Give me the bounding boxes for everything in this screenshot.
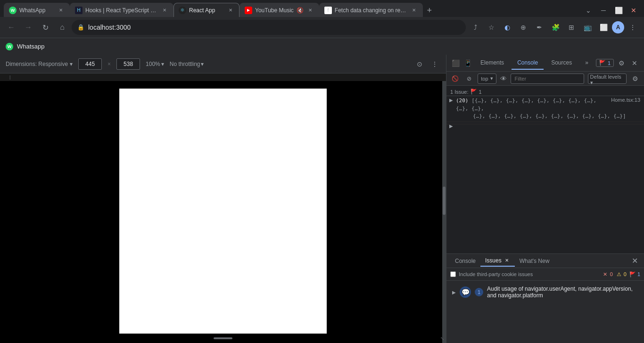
info-icon: 🚩 xyxy=(629,271,636,278)
console-context-dropdown[interactable]: top ▾ xyxy=(478,74,496,84)
issue-expand-arrow[interactable]: ▶ xyxy=(452,290,456,295)
tab-console[interactable]: Console xyxy=(512,57,544,70)
back-button[interactable]: ← xyxy=(4,20,19,35)
tab-list-button[interactable]: ⌄ xyxy=(582,4,595,17)
minimize-button[interactable]: ─ xyxy=(597,4,610,17)
dock-icon[interactable]: ⬛ xyxy=(450,57,461,69)
bottom-panel-close-button[interactable]: ✕ xyxy=(629,255,640,267)
tab-more[interactable]: » xyxy=(579,57,594,70)
tab-fetch[interactable]: f Fetch data changing on relo... ✕ xyxy=(319,3,423,17)
share-icon[interactable]: ⤴ xyxy=(468,20,483,35)
browser-viewport: Dimensions: Responsive ▾ × 100% ▾ No thr… xyxy=(0,55,446,343)
youtube-favicon: ▶ xyxy=(245,7,252,14)
toolbar-icons: ⤴ ☆ ◐ ⊕ ✒ 🧩 ⊞ 📺 ⬜ A ⋮ xyxy=(468,20,640,35)
tab-sources[interactable]: Sources xyxy=(545,57,578,70)
forward-button[interactable]: → xyxy=(21,20,36,35)
resize-handle[interactable] xyxy=(214,337,232,339)
devtools-close-icon[interactable]: ✕ xyxy=(629,57,640,69)
console-entry[interactable]: ▶ (20) [{…}, {…}, {…}, {…}, {…}, {…}, {…… xyxy=(446,96,644,122)
lens-icon[interactable]: ◐ xyxy=(500,20,515,35)
window-controls: ⌄ ─ ⬜ ✕ xyxy=(582,4,640,17)
third-party-checkbox[interactable] xyxy=(450,271,456,277)
zoom-dropdown[interactable]: 100% ▾ xyxy=(146,61,164,67)
extension3-icon[interactable]: 🧩 xyxy=(548,20,563,35)
tab-react-app[interactable]: React App ✕ xyxy=(173,3,239,17)
console-level-dropdown[interactable]: Default levels ▾ xyxy=(588,74,627,84)
new-tab-button[interactable]: + xyxy=(423,4,436,17)
tab-elements[interactable]: Elements xyxy=(475,57,510,70)
tab-close-react-app[interactable]: ✕ xyxy=(227,7,234,14)
bookmark-icon[interactable]: ☆ xyxy=(484,20,499,35)
issue-count-flag: 🚩 xyxy=(471,89,477,95)
tab-close-whatsapp[interactable]: ✕ xyxy=(57,7,65,14)
viewport-scrollbar[interactable] xyxy=(442,81,446,343)
mute-icon[interactable]: 🔇 xyxy=(297,7,304,14)
third-party-checkbox-label[interactable]: Include third-party cookie issues xyxy=(450,271,533,277)
corner-resize-icon[interactable]: ⤡ xyxy=(440,336,444,341)
extension1-icon[interactable]: ⊕ xyxy=(516,20,531,35)
issue-item[interactable]: ▶ 💬 1 Audit usage of navigator.userAgent… xyxy=(448,282,642,302)
address-bar[interactable]: 🔒 localhost:3000 xyxy=(72,20,466,35)
console-filter-icon[interactable]: ⊘ xyxy=(464,74,474,84)
console-entry-text1: [{…}, {…}, {…}, {…}, {…}, {…}, {…}, {…},… xyxy=(456,98,596,112)
tab-close-fetch[interactable]: ✕ xyxy=(410,7,418,14)
bottom-tab-console[interactable]: Console xyxy=(450,256,480,266)
address-text[interactable]: localhost:3000 xyxy=(88,24,460,31)
extension2-icon[interactable]: ✒ xyxy=(532,20,547,35)
devtools-toggle-icon[interactable]: ⬜ xyxy=(596,20,611,35)
warn-icon: ⚠ xyxy=(616,271,622,278)
tab-whatsapp[interactable]: W WhatsApp ✕ xyxy=(4,3,70,17)
console-sub-entry[interactable]: ▶ xyxy=(446,122,644,124)
profile-avatar[interactable]: A xyxy=(612,21,624,33)
tab-title-youtube: YouTube Music xyxy=(255,7,294,14)
extension4-icon[interactable]: ⊞ xyxy=(564,20,579,35)
dimensions-chevron: ▾ xyxy=(70,61,73,67)
console-context-chevron: ▾ xyxy=(490,75,493,82)
scrollbar-thumb[interactable] xyxy=(443,187,446,215)
console-context-label: top xyxy=(481,76,488,82)
devtools-header-icons: 🚩 1 ⚙ ✕ xyxy=(596,57,640,69)
throttle-dropdown[interactable]: No throttling ▾ xyxy=(170,61,204,67)
mobile-dock-icon[interactable]: 📱 xyxy=(462,57,473,69)
refresh-button[interactable]: ↻ xyxy=(38,20,53,35)
home-button[interactable]: ⌂ xyxy=(55,20,70,35)
height-input[interactable] xyxy=(116,58,140,70)
throttle-value: No throttling xyxy=(170,61,200,67)
tab-youtube[interactable]: ▶ YouTube Music 🔇 ✕ xyxy=(239,3,319,17)
issue-item-text: Audit usage of navigator.userAgent, navi… xyxy=(487,286,638,299)
dimensions-dropdown[interactable]: Dimensions: Responsive ▾ xyxy=(6,61,73,67)
issue-badge[interactable]: 🚩 1 xyxy=(596,59,614,67)
console-source-link[interactable]: Home.tsx:13 xyxy=(611,97,640,103)
react-favicon xyxy=(179,7,186,14)
width-input[interactable] xyxy=(78,58,102,70)
maximize-button[interactable]: ⬜ xyxy=(612,4,625,17)
close-button[interactable]: ✕ xyxy=(627,4,640,17)
console-eye-icon[interactable]: 👁 xyxy=(500,75,507,82)
issue-count-text: 1 Issue: xyxy=(450,89,469,95)
warn-count: 0 xyxy=(624,271,627,277)
console-content[interactable]: 1 Issue: 🚩 1 ▶ (20) [{…}, {…}, {…}, {…},… xyxy=(446,86,644,253)
expand-arrow-icon[interactable]: ▶ xyxy=(449,98,453,103)
bottom-tab-issues[interactable]: Issues ✕ xyxy=(480,255,515,267)
error-count: 0 xyxy=(610,271,613,277)
bottom-issues-close[interactable]: ✕ xyxy=(504,257,510,264)
menu-icon[interactable]: ⋮ xyxy=(625,20,640,35)
whatsapp-bar-label[interactable]: Whatsapp xyxy=(17,43,45,50)
ruler-tick: | xyxy=(0,75,20,80)
cast-icon[interactable]: 📺 xyxy=(580,20,595,35)
tab-close-hooks[interactable]: ✕ xyxy=(161,7,168,14)
console-settings-icon[interactable]: ⚙ xyxy=(630,74,640,84)
whatsapp-bar-favicon: W xyxy=(6,43,13,50)
devtools-settings-icon[interactable]: ⚙ xyxy=(616,57,627,69)
console-clear-icon[interactable]: 🚫 xyxy=(450,74,460,84)
screenshot-icon[interactable]: ⊙ xyxy=(414,58,425,70)
tab-hooks[interactable]: H Hooks | React TypeScript Che... ✕ xyxy=(70,3,173,17)
issue-flag-num: 1 xyxy=(479,89,482,95)
console-filter-input[interactable] xyxy=(511,74,584,84)
bottom-tab-whats-new[interactable]: What's New xyxy=(515,256,554,266)
console-count-badge: (20) xyxy=(456,98,469,104)
more-options-icon[interactable]: ⋮ xyxy=(429,58,440,70)
tab-close-youtube[interactable]: ✕ xyxy=(306,7,314,14)
sub-expand-arrow[interactable]: ▶ xyxy=(449,123,453,129)
main-content: Dimensions: Responsive ▾ × 100% ▾ No thr… xyxy=(0,55,644,343)
